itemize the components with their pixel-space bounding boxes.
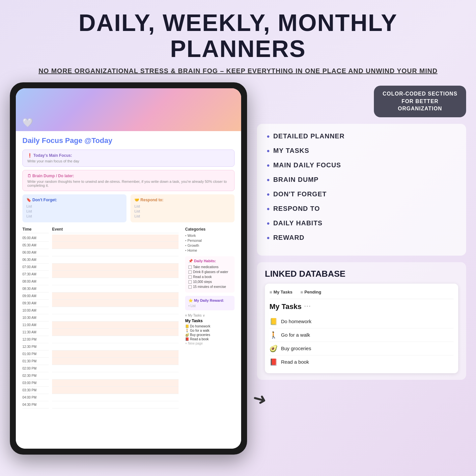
cat-home: Home (185, 248, 235, 252)
time-0830: 08:30 AM (22, 285, 49, 293)
event-slot-16 (52, 343, 179, 350)
header: DAILY, WEEKLY, MONTHLY PLANNERS NO MORE … (0, 0, 476, 82)
event-slot-12 (52, 314, 179, 322)
db-item-walk: 🚶 Go for a walk (269, 328, 454, 342)
time-0630: 06:30 AM (22, 256, 49, 264)
database-card: ≡ My Tasks ≡ Pending My Tasks ··· 📒 Do h… (265, 284, 458, 373)
time-0700: 07:00 AM (22, 264, 49, 271)
time-1000: 10:00 AM (22, 307, 49, 314)
tablet-screen: 🤍 Daily Focus Page @Today ❗ Today's Main… (16, 88, 241, 449)
dont-forget-item-1: List (26, 204, 123, 208)
linked-database-title: LINKED DATABASE (265, 269, 458, 279)
dont-forget-item-2: List (26, 209, 123, 213)
respond-to-title: 🤝 Respond to: (134, 198, 231, 202)
schedule-grid: Time 05:00 AM 05:30 AM 06:00 AM 06:30 AM… (22, 227, 179, 408)
task-mini-2: 🚶 Go for a walk (185, 329, 235, 332)
habit-checkbox-3[interactable] (188, 275, 192, 279)
respond-to-box: 🤝 Respond to: List List List (130, 194, 235, 222)
time-0730: 07:30 AM (22, 271, 49, 278)
respond-to-item-3: List (134, 214, 231, 218)
dont-forget-title: 🔖 Don't Forget: (26, 198, 123, 202)
reward-item: • List (188, 304, 231, 308)
db-tabs: ≡ My Tasks ≡ Pending (269, 288, 454, 299)
feature-my-tasks: MY TASKS (267, 146, 456, 155)
event-slot-18 (52, 358, 179, 365)
reward-section: ⭐ My Daily Reward: • List (185, 296, 235, 310)
db-emoji-3: 🥑 (269, 345, 278, 352)
tablet-content: Daily Focus Page @Today ❗ Today's Main F… (16, 131, 241, 449)
event-slot-20 (52, 372, 179, 379)
time-0430pm: 04:30 PM (22, 401, 49, 408)
time-header: Time (22, 227, 49, 233)
time-0300pm: 03:00 PM (22, 379, 49, 387)
time-0230pm: 02:30 PM (22, 372, 49, 379)
two-col-row: 🔖 Don't Forget: List List List 🤝 Respond… (22, 194, 235, 222)
cat-growth: Growth (185, 243, 235, 247)
time-1130: 11:30 AM (22, 329, 49, 336)
habit-checkbox-2[interactable] (188, 270, 192, 274)
event-slot-22 (52, 387, 179, 394)
habits-title: 📌 Daily Habits: (188, 259, 231, 263)
brain-dump-text: Write your random thoughts here to unwin… (27, 180, 230, 187)
time-1100: 11:00 AM (22, 322, 49, 329)
habit-checkbox-5[interactable] (188, 285, 192, 289)
list-icon-2: ≡ (300, 290, 303, 295)
tablet-device: 🤍 Daily Focus Page @Today ❗ Today's Main… (10, 82, 247, 455)
reward-title: ⭐ My Daily Reward: (188, 298, 231, 303)
event-slot-3 (52, 249, 179, 256)
db-tab-pending[interactable]: ≡ Pending (300, 288, 325, 296)
daily-focus-title: Daily Focus Page @Today (22, 136, 235, 145)
respond-to-item-2: List (134, 209, 231, 213)
event-slot-23 (52, 394, 179, 401)
habit-checkbox-4[interactable] (188, 280, 192, 284)
subtitle: NO MORE ORGANIZATIONAL STRESS & BRAIN FO… (20, 66, 456, 76)
feature-main-daily-focus: MAIN DAILY FOCUS (267, 161, 456, 170)
habit-water: Drink 8 glasses of water (188, 270, 231, 274)
event-slot-4 (52, 256, 179, 264)
time-0400pm: 04:00 PM (22, 394, 49, 401)
db-tab-my-tasks[interactable]: ≡ My Tasks (269, 288, 296, 296)
dont-forget-box: 🔖 Don't Forget: List List List (22, 194, 126, 222)
categories-header: Categories (185, 227, 235, 232)
db-emoji-4: 📕 (269, 358, 278, 366)
schedule-left: Time 05:00 AM 05:30 AM 06:00 AM 06:30 AM… (22, 227, 179, 412)
time-1200: 12:00 PM (22, 336, 49, 343)
heart-icon: 🤍 (22, 118, 33, 128)
db-emoji-2: 🚶 (269, 331, 278, 339)
event-slot-1 (52, 235, 179, 242)
habit-checkbox-1[interactable] (188, 266, 192, 269)
dont-forget-list: List List List (26, 204, 123, 218)
habit-steps: 10,000 steps (188, 280, 231, 284)
db-card-title: My Tasks ··· (269, 302, 454, 311)
brain-dump-label: 🗒 Brain Dump / Do later: (27, 174, 230, 178)
content-area: 🤍 Daily Focus Page @Today ❗ Today's Main… (0, 82, 476, 476)
categories-section: Categories Work Personal Growth Home (185, 227, 235, 252)
main-focus-label: ❗ Today's Main Focus: (27, 153, 230, 158)
feature-brain-dump: BRAIN DUMP (267, 175, 456, 184)
tablet-gradient-header: 🤍 (16, 88, 241, 131)
feature-list: DETAILED PLANNER MY TASKS MAIN DAILY FOC… (257, 124, 466, 256)
task-mini-4: 📕 Read a book (185, 337, 235, 341)
feature-respond-to: RESPOND TO (267, 204, 456, 213)
time-0930: 09:30 AM (22, 300, 49, 307)
time-0800: 08:00 AM (22, 278, 49, 285)
time-0600: 06:00 AM (22, 249, 49, 256)
event-column: Event (52, 227, 179, 408)
time-0530: 05:30 AM (22, 242, 49, 249)
daily-habits-section: 📌 Daily Habits: Take medications Drink 8… (185, 256, 235, 293)
time-0500: 05:00 AM (22, 235, 49, 242)
habit-medications: Take medications (188, 265, 231, 269)
feature-reward: REWARD (267, 233, 456, 242)
event-slot-7 (52, 278, 179, 285)
time-0900: 09:00 AM (22, 293, 49, 300)
main-focus-text: Write your main focus of the day (27, 159, 230, 163)
event-slot-2 (52, 242, 179, 249)
add-new-button[interactable]: + New page (185, 342, 235, 345)
tablet-wrapper: 🤍 Daily Focus Page @Today ❗ Today's Main… (10, 82, 247, 476)
task-mini-1: 📒 Do homework (185, 324, 235, 328)
event-slot-15 (52, 336, 179, 343)
respond-to-item-1: List (134, 204, 231, 208)
brain-dump-section: 🗒 Brain Dump / Do later: Write your rand… (22, 170, 235, 191)
event-header: Event (52, 227, 179, 233)
time-1230: 12:30 PM (22, 343, 49, 350)
